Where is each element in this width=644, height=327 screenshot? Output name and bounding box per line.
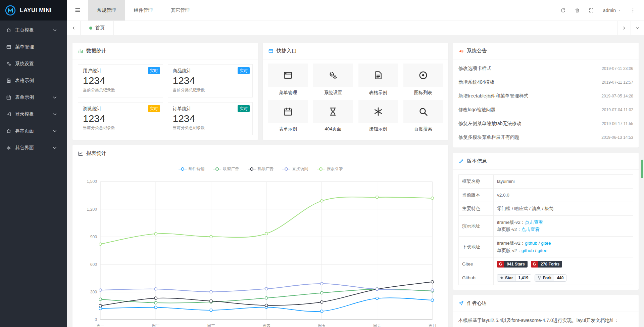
quick-item-0[interactable]: 菜单管理: [268, 64, 308, 96]
quick-iconbox: [268, 100, 308, 123]
sidebar-item-5[interactable]: 登录模板: [0, 106, 67, 123]
version-link[interactable]: github: [525, 241, 537, 246]
notice-item[interactable]: 新增系统404模板 2019-07-11 12:57: [458, 75, 633, 89]
legend-item-1[interactable]: 联盟广告: [213, 166, 239, 172]
header-tab-1[interactable]: 组件管理: [125, 0, 162, 21]
legend-mark-icon: [247, 167, 256, 171]
svg-text:周四: 周四: [262, 324, 270, 327]
fullscreen-button[interactable]: [584, 0, 598, 21]
sidebar-item-label: 登录模板: [15, 111, 34, 117]
expand-icon: [589, 8, 594, 13]
page: LAYUI MINI 主页模板 菜单管理 系统设置 表格示例 表单示例 登录模板…: [0, 0, 644, 327]
sidebar-item-7[interactable]: 其它界面: [0, 139, 67, 156]
logo[interactable]: LAYUI MINI: [0, 0, 67, 21]
card-report: 报表统计 邮件营销 联盟广告 视频广告 直接访问 搜索引擎 0300600900…: [72, 145, 448, 327]
quick-item-1[interactable]: 系统设置: [313, 64, 353, 96]
sidebar-item-6[interactable]: 异常页面: [0, 123, 67, 139]
quick-item-2[interactable]: 表格示例: [358, 64, 398, 96]
stat-title: 浏览统计: [83, 106, 158, 112]
notice-item[interactable]: 修改logo缩放问题 2019-07-04 11:02: [458, 103, 633, 117]
header-tab-0[interactable]: 常规管理: [88, 0, 125, 21]
quick-label: 404页面: [313, 126, 353, 132]
tab-home[interactable]: 首页: [81, 21, 114, 35]
chart-legend: 邮件营销 联盟广告 视频广告 直接访问 搜索引擎: [72, 162, 448, 172]
report-chart-svg: 03006009001,2001,500周一周二周三周四周五周六周日: [76, 173, 445, 327]
legend-item-2[interactable]: 视频广告: [247, 166, 274, 172]
legend-item-3[interactable]: 直接访问: [282, 166, 308, 172]
notice-time: 2019-07-11 12:57: [602, 80, 633, 85]
sidebar-item-4[interactable]: 表单示例: [0, 89, 67, 106]
quick-item-3[interactable]: 图标列表: [403, 64, 443, 96]
report-chart: 03006009001,2001,500周一周二周三周四周五周六周日: [72, 172, 448, 327]
data-stats-title: 数据统计: [86, 48, 106, 54]
top-row: 数据统计 用户统计 1234 当前分类总记录数 实时 商品统计 1234 当前分…: [72, 43, 448, 145]
line-chart-icon: [78, 151, 83, 156]
quick-label: 表格示例: [358, 90, 398, 96]
sidebar-item-3[interactable]: 表格示例: [0, 72, 67, 89]
github-badge[interactable]: Fork440: [535, 274, 566, 282]
quick-item-4[interactable]: 表单示例: [268, 100, 308, 132]
version-link[interactable]: gitee: [541, 241, 551, 246]
paper-plane-icon: [458, 300, 464, 306]
header-tab-2[interactable]: 其它管理: [162, 0, 199, 21]
gitee-badge[interactable]: G278 Forks: [531, 261, 562, 268]
scrollbar-thumb[interactable]: [641, 160, 643, 178]
pen-icon: [458, 159, 464, 164]
tab-operations-button[interactable]: [631, 21, 644, 35]
window-icon: [6, 44, 11, 50]
user-menu[interactable]: admin: [598, 8, 626, 13]
sidebar-item-2[interactable]: 系统设置: [0, 55, 67, 72]
notice-item[interactable]: 新增treetable插件和菜单管理样式 2019-07-05 14:28: [458, 89, 633, 103]
legend-item-4[interactable]: 搜索引擎: [316, 166, 343, 172]
legend-item-0[interactable]: 邮件营销: [178, 166, 205, 172]
logo-icon: [4, 4, 16, 16]
sidebar-item-label: 其它界面: [15, 145, 34, 151]
tab-scroll-left-button[interactable]: [67, 21, 81, 35]
sidebar-toggle-button[interactable]: [67, 0, 88, 21]
more-menu-button[interactable]: [626, 0, 640, 21]
version-link[interactable]: 点击查看: [522, 227, 540, 232]
quick-iconbox: [313, 100, 353, 123]
notices-title: 系统公告: [467, 48, 487, 54]
quick-item-7[interactable]: 百度搜索: [403, 100, 443, 132]
notice-item[interactable]: 修复左侧菜单缩放tab无法移动 2019-06-17 11:55: [458, 117, 633, 130]
asterisk-icon: [373, 107, 383, 117]
stat-desc: 当前分类总记录数: [83, 87, 158, 93]
clear-cache-button[interactable]: [570, 0, 584, 21]
notice-item[interactable]: 修改选项卡样式 2019-07-11 23:06: [458, 62, 633, 75]
version-link[interactable]: gitee: [538, 248, 547, 253]
sidebar-item-1[interactable]: 菜单管理: [0, 39, 67, 55]
notice-time: 2019-07-04 11:02: [602, 108, 633, 112]
author-text: 本模板基于layui2.5.4以及font-awesome-4.7.0进行实现。…: [458, 318, 619, 323]
quick-item-6[interactable]: 按钮示例: [358, 100, 398, 132]
refresh-button[interactable]: [556, 0, 570, 21]
tab-home-label: 首页: [95, 25, 105, 31]
tab-scroll-right-button[interactable]: [617, 21, 631, 35]
gitee-badge[interactable]: G941 Stars: [497, 261, 528, 268]
main-area: 常规管理组件管理其它管理 admin 首页: [67, 0, 644, 327]
notice-time: 2019-06-17 11:55: [602, 121, 633, 126]
stat-panel: 浏览统计 1234 当前分类总记录数 实时: [78, 102, 163, 135]
quick-item-5[interactable]: 404页面: [313, 100, 353, 132]
version-label: 主要特色: [459, 202, 494, 216]
version-link[interactable]: 点击查看: [525, 220, 543, 225]
legend-label: 搜索引擎: [327, 166, 343, 172]
notice-time: 2019-06-13 14:53: [601, 135, 633, 140]
dots-vertical-icon: [630, 8, 636, 13]
legend-label: 视频广告: [258, 166, 274, 172]
stat-desc: 当前分类总记录数: [173, 87, 248, 93]
sidebar-item-label: 主页模板: [15, 27, 34, 33]
legend-mark-icon: [178, 167, 187, 171]
gitee-logo: G: [497, 261, 504, 268]
main-content: 数据统计 用户统计 1234 当前分类总记录数 实时 商品统计 1234 当前分…: [67, 35, 644, 327]
quick-iconbox: [358, 64, 398, 87]
version-link[interactable]: github: [522, 248, 534, 253]
sidebar-item-0[interactable]: 主页模板: [0, 22, 67, 39]
quick-entry-title: 快捷入口: [277, 48, 297, 54]
github-badge[interactable]: Star1,419: [497, 274, 531, 282]
file-icon: [373, 70, 383, 80]
gitee-logo: G: [531, 261, 538, 268]
svg-text:周六: 周六: [373, 324, 381, 327]
notice-item[interactable]: 修复多模块菜单栏展开有问题 2019-06-13 14:53: [458, 130, 633, 144]
legend-label: 直接访问: [292, 166, 308, 172]
